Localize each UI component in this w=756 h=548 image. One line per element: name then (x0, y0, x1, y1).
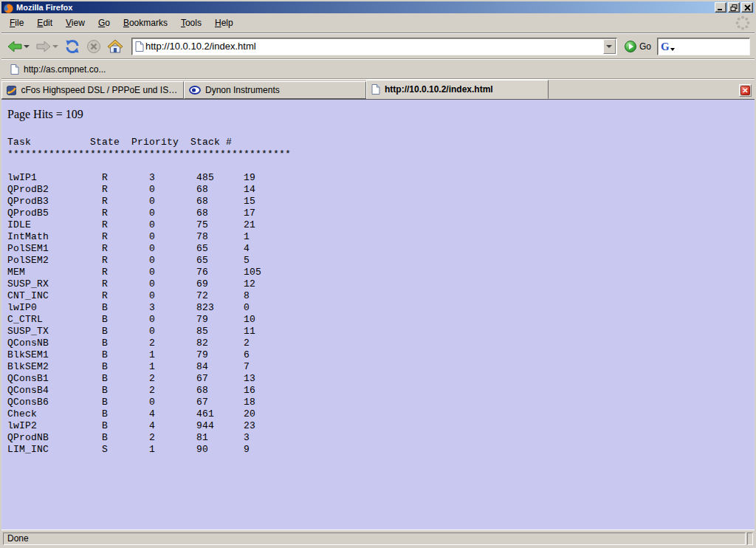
search-box[interactable]: G (657, 38, 750, 55)
status-text: Done (7, 533, 29, 544)
back-button[interactable] (4, 38, 32, 55)
minimize-icon (717, 4, 724, 11)
back-icon (7, 40, 23, 53)
title-bar[interactable]: Mozilla Firefox (1, 1, 755, 13)
firefox-logo-icon (4, 3, 13, 13)
tab-current[interactable]: http://10.0.10.2/index.html (366, 80, 549, 99)
search-input[interactable] (675, 41, 749, 52)
resize-grip[interactable] (747, 532, 753, 545)
close-tab-button[interactable]: ✕ (739, 84, 752, 97)
restore-icon (730, 4, 738, 11)
tab-bar: cFos Highspeed DSL / PPPoE und ISDN CAP.… (1, 79, 755, 100)
menu-help[interactable]: Help (208, 16, 240, 30)
menu-view[interactable]: View (59, 16, 92, 30)
reload-icon (64, 39, 80, 54)
tab-close-icon: ✕ (740, 86, 750, 95)
tab-label: Dynon Instruments (205, 85, 280, 95)
menu-bookmarks[interactable]: Bookmarks (117, 16, 174, 30)
status-bar: Done (1, 530, 755, 547)
menu-edit[interactable]: Edit (30, 16, 59, 30)
close-button[interactable] (741, 2, 753, 13)
throbber-icon (733, 14, 752, 32)
page-icon (10, 64, 19, 75)
tab-label: cFos Highspeed DSL / PPPoE und ISDN CAP.… (21, 85, 179, 95)
task-table: Task State Priority Stack # ************… (7, 137, 755, 456)
url-dropdown-button[interactable] (603, 39, 616, 54)
stop-button[interactable] (84, 37, 103, 56)
go-icon (625, 41, 636, 52)
url-input[interactable] (144, 40, 603, 53)
bookmark-label: http://as.cmpnet.co... (24, 64, 106, 75)
bookmark-item[interactable]: http://as.cmpnet.co... (6, 63, 110, 76)
page-content: Page Hits = 109 Task State Priority Stac… (1, 100, 755, 530)
url-bar[interactable] (131, 38, 617, 55)
minimize-button[interactable] (715, 2, 726, 13)
home-button[interactable] (105, 37, 126, 55)
page-icon (371, 84, 380, 95)
tab-dynon[interactable]: Dynon Instruments (184, 81, 366, 99)
forward-dropdown-icon[interactable] (52, 45, 58, 48)
forward-button[interactable] (33, 38, 61, 55)
go-button[interactable]: Go (622, 39, 656, 54)
firefox-window: Mozilla Firefox FileEditViewGoBookmarksT… (0, 0, 756, 548)
google-g-icon[interactable]: G (661, 41, 670, 52)
back-dropdown-icon[interactable] (24, 45, 30, 48)
home-icon (107, 39, 123, 53)
tab-label: http://10.0.10.2/index.html (385, 84, 493, 95)
stop-icon (86, 39, 101, 54)
menu-bar: FileEditViewGoBookmarksToolsHelp (1, 13, 755, 33)
page-hits-text: Page Hits = 109 (7, 108, 755, 121)
dynon-icon (189, 85, 201, 95)
menu-items: FileEditViewGoBookmarksToolsHelp (3, 16, 733, 30)
bookmarks-toolbar: http://as.cmpnet.co... (1, 59, 755, 79)
status-panel: Done (3, 532, 746, 545)
url-dropdown-icon (606, 45, 612, 48)
go-label: Go (639, 41, 651, 52)
window-title: Mozilla Firefox (16, 3, 715, 12)
menu-go[interactable]: Go (92, 16, 117, 30)
close-icon (744, 4, 751, 11)
forward-icon (35, 40, 52, 53)
cfos-icon (7, 85, 16, 96)
reload-button[interactable] (62, 37, 83, 56)
tab-cfos[interactable]: cFos Highspeed DSL / PPPoE und ISDN CAP.… (1, 81, 184, 99)
restore-button[interactable] (728, 2, 740, 13)
page-icon (135, 41, 144, 52)
navigation-toolbar: Go G (1, 33, 755, 59)
menu-file[interactable]: File (3, 16, 30, 30)
menu-tools[interactable]: Tools (174, 16, 208, 30)
